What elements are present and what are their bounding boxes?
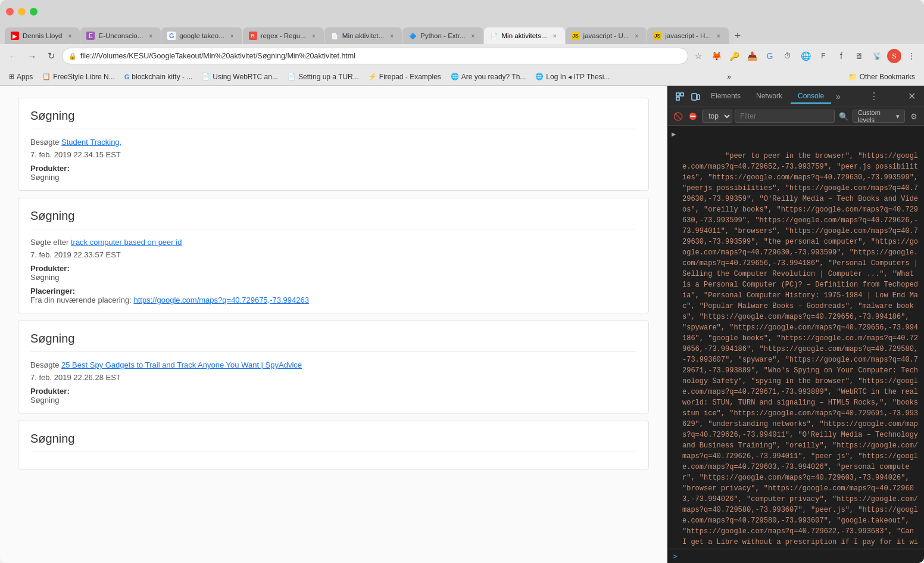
tab-close-button[interactable]: × — [714, 32, 723, 40]
products-value-3: Søgning — [30, 396, 636, 405]
search-entry-3: Søgning Besøgte 25 Best Spy Gadgets to T… — [18, 321, 649, 413]
back-button[interactable]: ← — [5, 48, 21, 64]
tab-close-button[interactable]: × — [632, 32, 641, 40]
tab-python[interactable]: 🔷 Python - Extr... × — [402, 27, 483, 44]
bookmark-doc-icon: 📋 — [42, 73, 51, 80]
extension-4-icon[interactable]: 🖥 — [851, 48, 867, 64]
main-area: Søgning Besøgte Student Tracking, 7. feb… — [0, 86, 924, 563]
device-mode-button[interactable] — [688, 89, 703, 104]
search-entry-1: Søgning Besøgte Student Tracking, 7. feb… — [18, 98, 649, 191]
location-link-2[interactable]: https://google.com/maps?q=40.729675,-73.… — [133, 296, 309, 304]
other-bookmarks-label: Other Bookmarks — [860, 73, 915, 81]
tab-dennis-lloyd[interactable]: ▶ Dennis Lloyd × — [5, 27, 80, 44]
devtools-settings-button[interactable]: ⋮ — [866, 88, 882, 104]
tab-close-button[interactable]: × — [65, 32, 74, 40]
menu-icon[interactable]: ⋮ — [904, 48, 919, 64]
svg-rect-0 — [676, 93, 679, 96]
devtools-close-button[interactable]: ✕ — [904, 88, 919, 104]
bookmark-itp[interactable]: 🌐 Log In ◂ ITP Thesi... — [531, 71, 614, 82]
tab-close-button[interactable]: × — [551, 32, 559, 40]
tab-close-button[interactable]: × — [469, 32, 477, 40]
tab-close-button[interactable]: × — [388, 32, 396, 40]
clear-console-button[interactable]: 🚫 — [672, 109, 685, 123]
console-settings-button[interactable]: ⚙ — [907, 109, 920, 123]
bookmark-webrtc[interactable]: 📄 Using WebRTC an... — [198, 71, 282, 82]
tab-favicon: 📄 — [330, 32, 339, 40]
devtools-tab-elements[interactable]: Elements — [704, 89, 748, 104]
star-icon[interactable]: ☆ — [691, 48, 706, 64]
devtools-panel: Elements Network Console » ⋮ ✕ 🚫 ⛔ top 🔍… — [667, 86, 924, 563]
bookmark-apps[interactable]: ⊞ Apps — [5, 71, 37, 82]
visited-link-3[interactable]: 25 Best Spy Gadgets to Trail and Track A… — [61, 360, 302, 369]
search-entry-2: Søgning Søgte efter track computer based… — [18, 198, 649, 313]
tab-close-button[interactable]: × — [228, 32, 236, 40]
new-tab-button[interactable]: + — [729, 27, 746, 44]
entry-heading-2: Søgning — [30, 209, 636, 229]
tab-title: E-Unconscio... — [98, 32, 143, 39]
extension-3-icon[interactable]: F — [816, 48, 831, 64]
bookmark-turn[interactable]: 📄 Setting up a TUR... — [283, 71, 363, 82]
firefox-icon[interactable]: 🦊 — [708, 48, 724, 64]
forward-button[interactable]: → — [24, 48, 40, 64]
facebook-icon[interactable]: f — [834, 48, 849, 64]
bookmark-label: Are you ready? Th... — [461, 73, 526, 81]
lastpass-icon[interactable]: 🔑 — [726, 48, 742, 64]
avatar-icon[interactable]: S — [887, 49, 901, 63]
console-input[interactable] — [680, 552, 919, 561]
doc2-icon: 📄 — [288, 73, 296, 80]
reload-button[interactable]: ↻ — [43, 48, 60, 64]
console-filter-input[interactable] — [735, 110, 835, 123]
location-value-2: Fra din nuværende placering: https://goo… — [30, 296, 636, 304]
products-label-3: Produkter: — [30, 387, 636, 396]
bookmark-freestyle[interactable]: 📋 FreeStyle Libre N... — [38, 71, 118, 82]
extension-1-icon[interactable]: ⏱ — [780, 48, 795, 64]
security-icon: 🔒 — [68, 52, 77, 60]
page-content[interactable]: Søgning Besøgte Student Tracking, 7. feb… — [0, 86, 667, 563]
google-icon[interactable]: G — [762, 48, 778, 64]
bookmark-ready[interactable]: 🌐 Are you ready? Th... — [447, 71, 530, 82]
bookmark-label: Log In ◂ ITP Thesi... — [546, 73, 610, 81]
pocket-icon[interactable]: 📥 — [744, 48, 760, 64]
tab-min-aktivitet-1[interactable]: 📄 Min aktivitet... × — [324, 27, 402, 44]
searched-link-2[interactable]: track computer based on peer id — [71, 238, 182, 247]
address-text: file:///Volumes/KESU/GoogleTakeout/Min%2… — [80, 52, 682, 60]
tab-e-unconscious[interactable]: E E-Unconscio... × — [80, 27, 161, 44]
tab-title: google takeo... — [179, 32, 224, 39]
search-entry-4: Søgning — [18, 421, 649, 469]
maximize-button[interactable] — [30, 8, 38, 15]
cast-icon[interactable]: 📡 — [869, 48, 885, 64]
apps-icon: ⊞ — [9, 73, 14, 80]
devtools-tab-console[interactable]: Console — [791, 89, 831, 104]
expand-arrow[interactable]: ▶ — [672, 129, 676, 140]
entry-visited-3: Besøgte 25 Best Spy Gadgets to Trail and… — [30, 360, 636, 369]
extension-2-icon[interactable]: 🌐 — [798, 48, 813, 64]
log-level-selector[interactable]: Custom levels ▾ — [853, 110, 905, 123]
visited-label-3: Besøgte — [30, 360, 59, 369]
tab-regex[interactable]: R regex - Regu... × — [243, 27, 324, 44]
title-bar — [0, 0, 924, 23]
tab-javascript-2[interactable]: JS javascript - H... × — [647, 27, 729, 44]
tab-google-takeout[interactable]: G google takeo... × — [161, 27, 242, 44]
tab-javascript-1[interactable]: JS javascript - U... × — [566, 27, 647, 44]
products-value-2: Søgning — [30, 273, 636, 282]
devtools-filter-bar: 🚫 ⛔ top 🔍 Custom levels ▾ ⚙ — [668, 107, 924, 126]
preserve-log-button[interactable]: ⛔ — [687, 109, 700, 123]
context-selector[interactable]: top — [702, 110, 732, 123]
visited-link-1[interactable]: Student Tracking, — [61, 138, 121, 147]
close-button[interactable] — [6, 8, 14, 15]
tab-close-button[interactable]: × — [310, 32, 318, 40]
bookmark-firepad[interactable]: ⚡ Firepad - Examples — [364, 71, 445, 82]
console-output[interactable]: ▶ "peer to peer in the browser", "https:… — [668, 126, 924, 549]
tab-close-button[interactable]: × — [146, 32, 155, 40]
devtools-more-tabs[interactable]: » — [832, 89, 844, 104]
bookmarks-overflow-button[interactable]: » — [723, 71, 735, 82]
bookmark-blockchain[interactable]: G blockchain kitty - ... — [120, 71, 197, 82]
devtools-tab-network[interactable]: Network — [749, 89, 789, 104]
inspect-element-button[interactable] — [673, 89, 687, 104]
tab-min-aktivitet-active[interactable]: 📄 Min aktivitets... × — [484, 27, 565, 44]
other-bookmarks-folder[interactable]: 📁 Other Bookmarks — [844, 71, 919, 82]
tab-favicon: E — [86, 32, 95, 40]
minimize-button[interactable] — [18, 8, 26, 15]
svg-rect-1 — [680, 93, 683, 96]
address-bar[interactable]: 🔒 file:///Volumes/KESU/GoogleTakeout/Min… — [62, 48, 688, 64]
